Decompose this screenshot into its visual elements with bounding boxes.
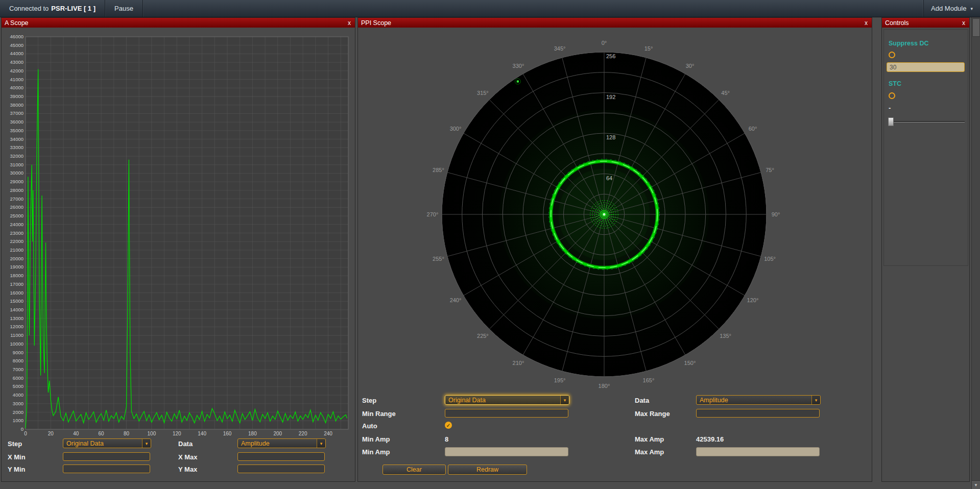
- svg-text:31000: 31000: [10, 162, 23, 167]
- a-data-dropdown[interactable]: Amplitude ▾: [237, 438, 326, 448]
- svg-text:220: 220: [299, 431, 307, 436]
- svg-text:17000: 17000: [10, 281, 23, 287]
- ppi-data-dropdown[interactable]: Amplitude ▾: [696, 395, 821, 405]
- scrollbar-thumb[interactable]: [972, 18, 980, 37]
- controls-title: Controls: [885, 19, 909, 27]
- a-data-value: Amplitude: [238, 440, 317, 447]
- ppi-maxamp-input-label: Max Amp: [635, 448, 664, 456]
- close-icon[interactable]: x: [347, 20, 352, 26]
- svg-text:330°: 330°: [513, 63, 524, 69]
- svg-text:46000: 46000: [10, 34, 23, 39]
- ppi-minamp-input-label: Min Amp: [362, 448, 390, 456]
- svg-text:210°: 210°: [513, 360, 524, 366]
- svg-text:30°: 30°: [686, 63, 695, 69]
- svg-text:18000: 18000: [10, 273, 23, 278]
- svg-text:0: 0: [24, 431, 27, 436]
- ppi-minrange-label: Min Range: [362, 410, 396, 418]
- a-scope-header[interactable]: A Scope x: [2, 18, 355, 28]
- svg-text:13000: 13000: [10, 315, 23, 321]
- a-scope-panel: A Scope x 010002000300040005000600070008…: [1, 17, 355, 482]
- svg-text:1000: 1000: [13, 418, 23, 423]
- chevron-down-icon: ▾: [317, 439, 325, 448]
- ppi-maxamp-input[interactable]: [696, 447, 820, 456]
- a-step-dropdown[interactable]: Original Data ▾: [63, 438, 151, 448]
- ppi-auto-label: Auto: [362, 422, 377, 430]
- check-icon: ✓: [446, 423, 450, 428]
- svg-text:19000: 19000: [10, 264, 23, 270]
- ppi-minamp-input[interactable]: [445, 447, 568, 456]
- close-icon[interactable]: x: [864, 20, 869, 26]
- svg-text:80: 80: [124, 431, 130, 436]
- svg-text:100: 100: [148, 431, 156, 436]
- svg-text:315°: 315°: [477, 90, 489, 96]
- a-xmin-input[interactable]: [63, 452, 150, 461]
- svg-text:23000: 23000: [10, 230, 23, 236]
- ppi-minrange-input[interactable]: [445, 409, 568, 418]
- controls-header[interactable]: Controls x: [882, 18, 969, 28]
- svg-text:160: 160: [223, 431, 232, 436]
- ppi-step-dropdown[interactable]: Original Data ▾: [445, 395, 569, 405]
- svg-text:255°: 255°: [433, 256, 444, 262]
- controls-content: Suppress DC STC -: [883, 29, 968, 266]
- svg-text:90°: 90°: [772, 211, 780, 217]
- a-ymax-input[interactable]: [237, 464, 325, 473]
- a-ymin-label: Y Min: [8, 466, 25, 473]
- ppi-maxrange-input[interactable]: [696, 409, 820, 418]
- a-ymax-label: Y Max: [178, 466, 197, 473]
- ppi-auto-checkbox[interactable]: ✓: [445, 422, 452, 429]
- a-ymin-input[interactable]: [63, 464, 150, 473]
- ppi-maxamp-value: 42539.16: [696, 435, 724, 443]
- stc-slider-handle[interactable]: [888, 117, 894, 126]
- a-scope-title: A Scope: [5, 19, 29, 27]
- svg-text:180°: 180°: [599, 383, 610, 389]
- svg-text:4000: 4000: [13, 392, 23, 398]
- svg-text:165°: 165°: [643, 377, 655, 383]
- svg-text:60°: 60°: [749, 126, 757, 132]
- ppi-minamp-value: 8: [445, 435, 448, 443]
- svg-text:0: 0: [21, 426, 23, 432]
- svg-text:36000: 36000: [10, 119, 23, 125]
- suppress-dc-radio[interactable]: [889, 52, 895, 58]
- suppress-dc-input[interactable]: [887, 62, 965, 72]
- ppi-maxamp-label: Max Amp: [635, 435, 664, 443]
- svg-text:225°: 225°: [477, 333, 489, 339]
- close-icon[interactable]: x: [961, 20, 966, 26]
- svg-text:14000: 14000: [10, 307, 23, 312]
- redraw-button[interactable]: Redraw: [448, 464, 527, 475]
- svg-text:10000: 10000: [10, 341, 23, 347]
- svg-text:20: 20: [48, 431, 54, 436]
- svg-text:33000: 33000: [10, 144, 23, 150]
- svg-text:24000: 24000: [10, 222, 23, 227]
- svg-text:44000: 44000: [10, 51, 23, 56]
- svg-text:34000: 34000: [10, 136, 23, 142]
- pause-button[interactable]: Pause: [105, 0, 143, 17]
- svg-text:30000: 30000: [10, 170, 23, 176]
- a-xmin-label: X Min: [8, 453, 26, 461]
- redraw-button-label: Redraw: [476, 466, 498, 473]
- svg-text:3000: 3000: [13, 401, 23, 406]
- svg-text:7000: 7000: [13, 366, 23, 372]
- ppi-step-value: Original Data: [445, 397, 560, 404]
- svg-text:2000: 2000: [13, 409, 23, 415]
- svg-text:15000: 15000: [10, 298, 23, 304]
- stc-label: STC: [889, 80, 901, 87]
- clear-button[interactable]: Clear: [383, 464, 446, 475]
- a-data-label: Data: [178, 440, 193, 448]
- add-module-button[interactable]: Add Module ▾: [923, 0, 980, 17]
- svg-text:21000: 21000: [10, 247, 23, 253]
- svg-text:22000: 22000: [10, 238, 23, 244]
- stc-radio[interactable]: [889, 92, 895, 99]
- ppi-step-label: Step: [362, 397, 376, 404]
- a-scope-y-axis-labels: 0100020003000400050006000700080009000100…: [10, 34, 23, 432]
- svg-text:180: 180: [248, 431, 257, 436]
- clear-button-label: Clear: [407, 466, 422, 473]
- vertical-scrollbar[interactable]: ▼: [971, 17, 980, 489]
- caret-down-icon: ▾: [970, 6, 973, 11]
- svg-text:60: 60: [99, 431, 105, 436]
- stc-slider-track[interactable]: [888, 121, 965, 123]
- ppi-scope-header[interactable]: PPI Scope x: [358, 18, 872, 28]
- suppress-dc-label: Suppress DC: [889, 40, 929, 47]
- svg-text:140: 140: [198, 431, 206, 436]
- a-xmax-input[interactable]: [237, 452, 325, 461]
- scrollbar-down-button[interactable]: ▼: [972, 480, 980, 489]
